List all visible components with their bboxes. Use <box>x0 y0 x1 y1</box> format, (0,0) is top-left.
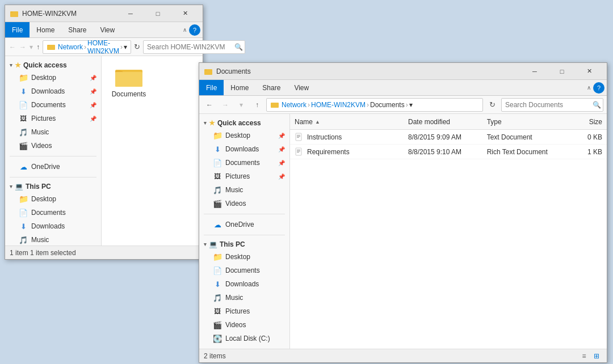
tab-view-1[interactable]: View <box>93 22 121 37</box>
address-bar-1: ← → ▾ ↑ Network › HOME-WIN2KVM › ▾ ↻ 🔍 <box>5 38 203 56</box>
thispc-header-2[interactable]: ▾ 💻 This PC <box>199 239 289 250</box>
col-name-header[interactable]: Name ▲ <box>295 118 408 126</box>
desktop-label-qa-1: Desktop <box>31 74 56 82</box>
refresh-button-1[interactable]: ↻ <box>133 40 141 54</box>
documents-folder-item[interactable]: Documents <box>106 61 152 103</box>
file-type-instructions: Text Document <box>487 133 566 141</box>
sidebar-item-downloads-pc-1[interactable]: ⬇ Downloads <box>5 219 101 233</box>
file-date-instructions: 8/8/2015 9:09 AM <box>408 133 487 141</box>
view-list-btn[interactable]: ⊞ <box>591 350 602 362</box>
disk-pc-icon-2: 💽 <box>213 334 222 343</box>
svg-rect-10 <box>297 137 299 138</box>
back-button-1[interactable]: ← <box>9 40 16 54</box>
address-bar-2: ← → ▾ ↑ Network › HOME-WIN2KVM › Documen… <box>199 96 607 114</box>
tab-home-1[interactable]: Home <box>30 22 61 37</box>
forward-button-1[interactable]: → <box>19 40 27 54</box>
close-button-2[interactable]: ✕ <box>576 63 602 80</box>
search-icon-1: 🔍 <box>234 43 243 51</box>
sidebar-item-pictures-qa-2[interactable]: 🖼 Pictures 📌 <box>199 170 289 183</box>
sidebar-item-music-qa-2[interactable]: 🎵 Music <box>199 183 289 197</box>
recent-locations-2[interactable]: ▾ <box>234 98 248 112</box>
sidebar-section-thispc-2: ▾ 💻 This PC 📁 Desktop 📄 Documents ⬇ Down… <box>199 238 289 346</box>
sidebar-item-videos-qa-2[interactable]: 🎬 Videos <box>199 197 289 210</box>
sidebar-item-downloads-qa-1[interactable]: ⬇ Downloads 📌 <box>5 84 101 98</box>
refresh-button-2[interactable]: ↻ <box>485 98 499 112</box>
file-icon-rtf-requirements <box>295 147 304 156</box>
col-type-header[interactable]: Type <box>487 118 566 126</box>
sidebar-item-documents-pc-2[interactable]: 📄 Documents <box>199 264 289 277</box>
maximize-button-1[interactable]: □ <box>145 5 171 22</box>
sidebar-item-desktop-qa-2[interactable]: 📁 Desktop 📌 <box>199 129 289 142</box>
help-button-2[interactable]: ? <box>593 82 604 94</box>
sidebar-item-desktop-qa-1[interactable]: 📁 Desktop 📌 <box>5 71 101 84</box>
tab-share-1[interactable]: Share <box>61 22 93 37</box>
address-path-2[interactable]: Network › HOME-WIN2KVM › Documents › ▾ <box>266 98 483 112</box>
svg-rect-3 <box>115 72 142 87</box>
tab-file-2[interactable]: File <box>199 80 224 95</box>
thispc-header-1[interactable]: ▾ 💻 This PC <box>5 181 101 192</box>
tab-share-2[interactable]: Share <box>255 80 287 95</box>
sidebar-item-videos-qa-1[interactable]: 🎬 Videos <box>5 139 101 153</box>
thispc-icon-1: 💻 <box>15 183 23 191</box>
file-list-area-2: Name ▲ Date modified Type Size <box>290 114 607 349</box>
thispc-label-1: This PC <box>26 183 51 191</box>
up-button-1[interactable]: ↑ <box>36 40 40 54</box>
file-row-instructions[interactable]: Instructions 8/8/2015 9:09 AM Text Docum… <box>290 130 607 145</box>
qa-header-2[interactable]: ▾ ★ Quick access <box>199 117 289 129</box>
sidebar-item-desktop-pc-2[interactable]: 📁 Desktop <box>199 250 289 264</box>
music-icon-2: 🎵 <box>213 185 222 194</box>
sidebar-item-videos-pc-2[interactable]: 🎬 Videos <box>199 318 289 332</box>
col-size-header[interactable]: Size <box>565 118 602 126</box>
title-bar-controls-2: ─ □ ✕ <box>522 63 602 80</box>
sidebar-item-desktop-pc-1[interactable]: 📁 Desktop <box>5 192 101 206</box>
window-documents: Documents ─ □ ✕ File Home Share View ∧ ?… <box>199 62 607 363</box>
minimize-button-1[interactable]: ─ <box>117 5 144 22</box>
sidebar-item-music-pc-2[interactable]: 🎵 Music <box>199 291 289 304</box>
forward-button-2[interactable]: → <box>219 98 232 112</box>
sidebar-item-disk-pc-2[interactable]: 💽 Local Disk (C:) <box>199 332 289 345</box>
search-input-1[interactable] <box>147 43 232 51</box>
sidebar-item-pictures-pc-2[interactable]: 🖼 Pictures <box>199 304 289 318</box>
pictures-qa-2: Pictures <box>225 172 250 180</box>
title-bar-1: HOME-WIN2KVM ─ □ ✕ <box>5 5 203 22</box>
pin-desktop-2: 📌 <box>278 133 285 139</box>
close-button-1[interactable]: ✕ <box>172 5 198 22</box>
pictures-label-qa-1: Pictures <box>31 115 56 122</box>
quick-access-header-1[interactable]: ▾ ★ Quick access <box>5 60 101 71</box>
pin-pictures-2: 📌 <box>278 173 285 180</box>
sidebar-item-downloads-pc-2[interactable]: ⬇ Downloads <box>199 277 289 291</box>
col-date-label: Date modified <box>408 118 450 126</box>
divider-2 <box>10 177 96 177</box>
back-button-2[interactable]: ← <box>203 98 216 112</box>
sidebar-item-documents-qa-2[interactable]: 📄 Documents 📌 <box>199 156 289 170</box>
search-input-2[interactable] <box>505 101 590 109</box>
content-area-1: ▾ ★ Quick access 📁 Desktop 📌 ⬇ Downloads… <box>5 56 203 246</box>
sidebar-item-music-qa-1[interactable]: 🎵 Music <box>5 125 101 139</box>
file-row-requirements[interactable]: Requirements 8/8/2015 9:10 AM Rich Text … <box>290 145 607 159</box>
recent-locations-1[interactable]: ▾ <box>29 40 33 54</box>
col-date-header[interactable]: Date modified <box>408 118 487 126</box>
view-details-btn[interactable]: ≡ <box>578 350 590 362</box>
onedrive-label-1: OneDrive <box>31 163 60 171</box>
sidebar-item-documents-pc-1[interactable]: 📄 Documents <box>5 206 101 219</box>
maximize-button-2[interactable]: □ <box>549 63 575 80</box>
sidebar-item-downloads-qa-2[interactable]: ⬇ Downloads 📌 <box>199 142 289 156</box>
music-icon-qa-1: 🎵 <box>19 128 28 137</box>
sidebar-item-onedrive-2[interactable]: ☁ OneDrive <box>199 218 289 231</box>
sidebar-item-music-pc-1[interactable]: 🎵 Music <box>5 233 101 246</box>
qa-label-2: Quick access <box>217 119 261 127</box>
tab-file-1[interactable]: File <box>5 22 30 37</box>
tab-view-2[interactable]: View <box>287 80 316 95</box>
videos-qa-2: Videos <box>225 200 246 208</box>
minimize-button-2[interactable]: ─ <box>522 63 548 80</box>
address-path-1[interactable]: Network › HOME-WIN2KVM › ▾ <box>43 40 131 54</box>
pictures-pc-icon-2: 🖼 <box>213 307 222 316</box>
music-pc-icon-1: 🎵 <box>19 235 28 244</box>
divider-4 <box>204 235 285 235</box>
sidebar-item-pictures-qa-1[interactable]: 🖼 Pictures 📌 <box>5 112 101 125</box>
sidebar-item-documents-qa-1[interactable]: 📄 Documents 📌 <box>5 98 101 112</box>
up-button-2[interactable]: ↑ <box>250 98 264 112</box>
tab-home-2[interactable]: Home <box>224 80 255 95</box>
help-button-1[interactable]: ? <box>189 24 200 36</box>
sidebar-item-onedrive-1[interactable]: ☁ OneDrive <box>5 160 101 173</box>
